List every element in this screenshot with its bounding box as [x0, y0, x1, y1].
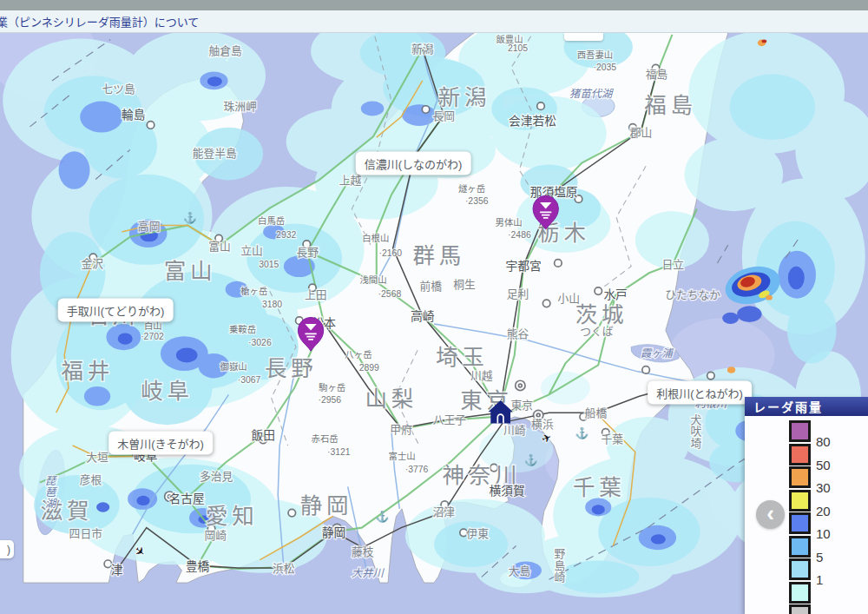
- legend-swatch: [789, 444, 811, 465]
- map-label: 駒ヶ岳: [319, 383, 345, 393]
- map-svg: ⚓ ⚓ ⚓ ⚓ ✈ ✈ 新潟福島群馬栃木茨城埼玉東京神奈川千葉山梨長野静岡愛知岐…: [0, 33, 868, 614]
- legend-value: 50: [816, 458, 831, 472]
- river-name-tooltip: 信濃川(しなのがわ): [356, 152, 471, 175]
- river-name-tooltip: 利根川(とねがわ): [648, 381, 752, 405]
- map-label: 御嶽山: [220, 361, 247, 372]
- map-label: 富山: [164, 259, 217, 283]
- map-label: 群馬: [412, 243, 465, 267]
- map-label: 新潟: [411, 43, 434, 56]
- map-label: ·3776: [405, 465, 429, 474]
- map-label: 八ヶ岳: [345, 350, 372, 360]
- map-label: 横須賀: [490, 485, 525, 498]
- legend-value: 1: [816, 572, 823, 587]
- map-label: つくば: [580, 325, 614, 338]
- map-label: 日立: [662, 258, 685, 271]
- map-label: 茨城: [575, 302, 628, 327]
- map-label: 新潟: [438, 85, 491, 109]
- map-label: 東京: [510, 399, 533, 412]
- map-label: 富士山: [389, 451, 416, 461]
- map-label: 能登半島: [193, 147, 237, 160]
- map-label: ひたちなか: [665, 288, 720, 301]
- map-label: 岐阜: [141, 379, 194, 403]
- map-label: 多治見: [200, 470, 233, 483]
- cutoff-label-top: [564, 33, 603, 41]
- map-label: ·2956: [319, 395, 342, 405]
- map-label: 千葉: [602, 432, 624, 446]
- map-label: 桐生: [453, 278, 476, 291]
- map-label: 槍ヶ岳: [240, 286, 267, 296]
- map-label: 沼津: [433, 505, 456, 518]
- map-label: 船橋: [585, 406, 608, 419]
- legend-swatch: [789, 582, 811, 604]
- river-name-tooltip: 手取川(てどりがわ): [58, 299, 174, 322]
- map-label: 名古屋: [169, 492, 205, 505]
- map-label: 高岡: [138, 220, 161, 233]
- browser-chrome-strip: [0, 0, 868, 10]
- map-label: 大井川: [352, 567, 385, 579]
- map-label: ·2486: [508, 230, 531, 240]
- legend-swatch: [789, 536, 811, 558]
- map-label: 珠洲岬: [224, 100, 257, 113]
- map-label: 熊谷: [507, 327, 529, 340]
- legend-collapse-button[interactable]: ‹: [756, 500, 785, 529]
- map-label: 埼玉: [436, 345, 489, 369]
- anchor-icon: ⚓: [524, 453, 538, 467]
- map-label: 伊東: [466, 527, 489, 540]
- map-label: 長野: [297, 246, 319, 259]
- map-label: 福島: [646, 68, 668, 81]
- legend-value: 5: [816, 550, 823, 564]
- map-label: 3015: [259, 260, 279, 269]
- map-label: 高崎: [411, 309, 435, 323]
- map-label: 上田: [305, 288, 327, 301]
- map-label: 白山: [144, 320, 162, 331]
- anchor-icon: ⚓: [183, 211, 197, 225]
- legend-swatch: [789, 490, 811, 512]
- legend-swatch: [789, 512, 811, 534]
- map-label: 猪苗代湖: [569, 88, 614, 100]
- map-label: 男体山: [496, 218, 523, 228]
- map-label: 野島崎: [552, 548, 565, 584]
- map-label: 宇都宮: [506, 260, 542, 273]
- map-label: 千葉: [573, 475, 626, 499]
- legend-value: 20: [816, 504, 831, 518]
- radar-info-link[interactable]: 業（ピンネシリレーダ雨量計）について: [0, 13, 199, 30]
- legend-swatch: [789, 466, 811, 488]
- map-label: 飯豊山: [496, 34, 523, 44]
- map-label: ·2702: [141, 332, 164, 341]
- map-label: 足利: [507, 287, 529, 300]
- legend-value: 80: [816, 434, 831, 449]
- map-label: 舳倉島: [208, 44, 242, 57]
- map-label: 川越: [470, 369, 493, 382]
- legend-swatch: [789, 420, 811, 442]
- map-label: 七ツ島: [102, 83, 135, 96]
- map-label: ·3026: [248, 338, 272, 347]
- map-label: 輪島: [122, 108, 145, 122]
- map-canvas[interactable]: ⚓ ⚓ ⚓ ⚓ ✈ ✈ 新潟福島群馬栃木茨城埼玉東京神奈川千葉山梨長野静岡愛知岐…: [0, 33, 868, 614]
- header-bar: 業（ピンネシリレーダ雨量計）について: [0, 10, 868, 33]
- map-label: ·2568: [378, 289, 402, 299]
- map-label: 福井: [61, 359, 114, 383]
- map-label: 大垣: [86, 451, 108, 464]
- map-label: 大島: [509, 564, 531, 578]
- map-label: 犬吠埼: [688, 413, 701, 449]
- cutoff-label-left: ): [0, 540, 14, 558]
- map-label: 乗鞍岳: [229, 324, 256, 334]
- river-name-tooltip: 木曽川(きそがわ): [108, 432, 213, 455]
- map-label: 山梨: [365, 386, 418, 411]
- map-label: 那須塩原: [530, 186, 578, 199]
- map-label: 甲府: [390, 423, 412, 436]
- legend-title: レーダ雨量: [745, 397, 868, 416]
- map-label: 2105: [508, 43, 528, 53]
- map-label: 3180: [262, 300, 282, 309]
- map-label: 白馬岳: [258, 215, 285, 226]
- map-label: ·3121: [327, 447, 351, 457]
- map-label: 豊橋: [186, 560, 210, 573]
- map-label: 福島: [644, 93, 697, 117]
- map-label: 四日市: [69, 527, 103, 540]
- map-label: 上越: [339, 174, 362, 187]
- map-label: 立山: [240, 244, 263, 257]
- map-label: 横浜: [531, 418, 554, 431]
- map-label: 浅間山: [359, 274, 386, 285]
- map-label: 小山: [557, 292, 580, 305]
- map-label: 藤枝: [352, 545, 374, 558]
